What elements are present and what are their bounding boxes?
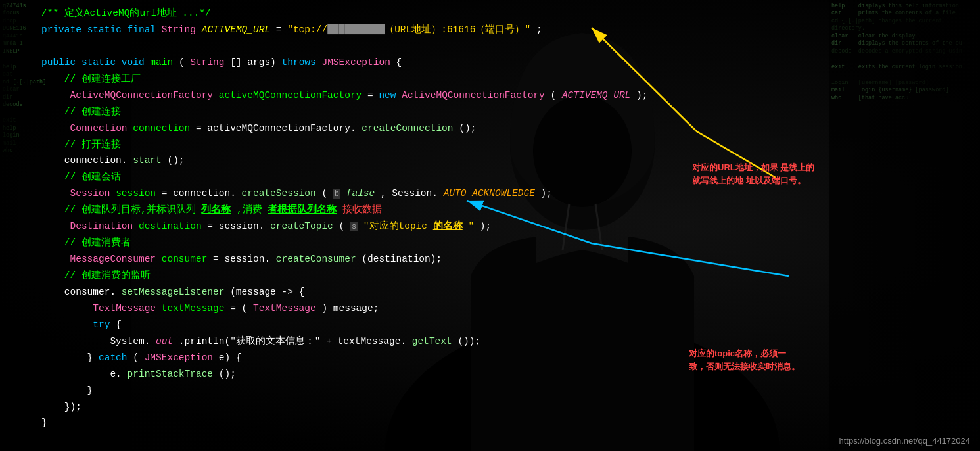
code-token: static: [87, 24, 128, 35]
code-token: AUTO_ACKNOWLEDGE: [444, 188, 535, 199]
watermark: https://blog.csdn.net/qq_44172024: [839, 436, 971, 446]
code-token: connection: [133, 123, 190, 133]
code-token: });: [41, 402, 82, 412]
code-token: // 创建消费的监听: [41, 270, 151, 281]
code-token: false: [346, 188, 375, 199]
code-line-11: Session session = connection. createSess…: [41, 185, 825, 202]
code-token: createTopic: [270, 221, 333, 231]
code-token: setMessageListener: [122, 287, 225, 297]
right-fade: [822, 0, 980, 451]
code-token: Connection: [70, 123, 128, 133]
code-token: consumer.: [41, 287, 116, 297]
code-token: consumer: [162, 254, 208, 264]
code-token: ACTIVEMQ_URL: [562, 90, 630, 101]
code-token: , Session.: [381, 188, 438, 199]
code-token: ();: [459, 123, 476, 133]
code-token: "对应的topic: [363, 221, 427, 231]
code-line-2: private static final String ACTIVEMQ_URL…: [41, 22, 825, 38]
code-token: new: [379, 90, 402, 101]
code-token: // 创建队列目标,并标识队列: [41, 204, 196, 215]
code-line-15: MessageConsumer consumer = session. crea…: [41, 251, 825, 268]
code-token: getText: [412, 336, 452, 346]
code-token: String: [162, 24, 202, 35]
code-token: Destination: [70, 221, 133, 231]
code-token: System.: [41, 336, 150, 346]
code-token: JMSException: [321, 57, 390, 68]
code-line-16: // 创建消费的监听: [41, 268, 825, 284]
code-token: public: [41, 57, 82, 68]
code-line-6: // 创建连接: [41, 104, 825, 120]
code-token: ();: [167, 155, 184, 166]
code-token: = connection.: [162, 188, 236, 199]
code-token: out: [156, 336, 173, 346]
code-token: (destination);: [362, 254, 442, 264]
code-token: ActiveMQConnectionFactory: [70, 90, 214, 101]
code-line-5: ActiveMQConnectionFactory activeMQConnec…: [41, 87, 825, 104]
code-token: createConnection: [362, 123, 453, 133]
code-token: // 创建连接: [41, 107, 121, 117]
code-line-3: public static void main ( String [] args…: [41, 55, 825, 71]
code-token: [41, 254, 64, 264]
code-token: 列名称: [201, 204, 231, 215]
code-token: session: [116, 188, 156, 199]
code-token: [] args): [230, 57, 281, 68]
code-line-12: // 创建队列目标,并标识队列 列名称 ,消费 者根据队列名称 接收数据: [41, 202, 825, 218]
code-token: [41, 303, 87, 314]
url-annotation: 对应的URL地址，如果 是线上的就写线上的地 址以及端口号。: [692, 161, 817, 187]
code-token: b: [333, 189, 340, 199]
code-token: [41, 188, 64, 199]
code-token: [41, 90, 64, 101]
code-token: throws: [282, 57, 322, 68]
code-token: destination: [139, 221, 202, 231]
code-token: [41, 320, 87, 330]
code-line-8: // 打开连接: [41, 137, 825, 153]
code-token: (: [321, 188, 327, 199]
code-display: /** 定义ActiveMQ的url地址 ...*/ private stati…: [36, 0, 825, 451]
code-token: ,消费: [237, 204, 262, 215]
code-line-17: consumer. setMessageListener (message ->…: [41, 284, 825, 300]
code-token: 的名称: [433, 221, 463, 231]
code-token: [41, 221, 64, 231]
code-line-4: // 创建连接工厂: [41, 71, 825, 87]
topic-annotation-text: 对应的topic名称，必须一致，否则无法接收实时消息。: [689, 348, 800, 371]
code-token: ACTIVEMQ_URL: [202, 24, 270, 35]
code-token: (: [133, 352, 139, 363]
code-token: TextMessage: [253, 303, 316, 314]
code-token: printStackTrace: [128, 369, 214, 379]
code-token: createConsumer: [276, 254, 356, 264]
code-line-7: Connection connection = activeMQConnecti…: [41, 120, 825, 137]
code-line-24: });: [41, 399, 825, 415]
code-token: {: [396, 57, 402, 68]
code-token: String: [190, 57, 224, 68]
code-token: // 创建消费者: [41, 237, 131, 248]
code-token: connection.: [41, 155, 128, 166]
code-token: // 创建连接工厂: [41, 74, 141, 84]
code-token: (: [339, 221, 345, 231]
code-token: "tcp://██████████（URL地址）:61616（端口号）": [287, 24, 530, 35]
code-token: activeMQConnectionFactory: [219, 90, 362, 101]
code-token: );: [480, 221, 491, 231]
code-token: try: [93, 320, 110, 330]
code-line-14: // 创建消费者: [41, 235, 825, 251]
code-token: [41, 123, 64, 133]
code-token: Session: [70, 188, 110, 199]
code-token: (message -> {: [230, 287, 304, 297]
code-token: // 打开连接: [41, 139, 121, 150]
code-token: =: [276, 24, 287, 35]
code-token: catch: [99, 352, 128, 363]
code-token: MessageConsumer: [70, 254, 156, 264]
code-token: =: [367, 90, 379, 101]
code-line-23: }: [41, 383, 825, 399]
code-token: }: [41, 417, 47, 428]
code-token: start: [133, 155, 162, 166]
code-line-13: Destination destination = session. creat…: [41, 218, 825, 235]
code-token: /** 定义ActiveMQ的url地址 ...*/: [41, 8, 211, 18]
code-token: }: [41, 385, 93, 396]
code-token: JMSException: [145, 352, 213, 363]
code-token: ": [468, 221, 474, 231]
code-token: textMessage: [162, 303, 225, 314]
code-token: = session.: [213, 254, 270, 264]
code-token: static: [82, 57, 122, 68]
code-token: TextMessage: [93, 303, 156, 314]
code-token: ();: [219, 369, 236, 379]
